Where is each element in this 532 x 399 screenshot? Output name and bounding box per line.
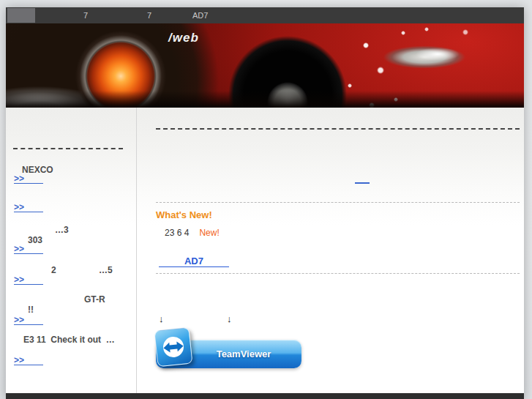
top-nav-bar: 7 7 AD7 [6,7,524,23]
site-wordmark: /web [168,31,199,45]
top-nav-item-3[interactable]: AD7 [192,7,208,23]
footer-bar [6,393,524,399]
sidebar-divider [13,148,123,149]
double-arrow-icon [160,334,186,359]
ad7-link[interactable]: AD7 [159,256,229,267]
inline-link[interactable] [355,180,370,184]
sidebar-text-dots5: …5 [99,265,113,275]
header-banner-image: /web [6,23,524,108]
sidebar-heading-nexco: NEXCO [22,165,53,175]
new-badge: New! [199,228,219,238]
main-divider-top [156,128,520,130]
download-arrow-icon: ↓ [159,313,164,324]
teamviewer-logo-icon [154,327,193,368]
sidebar: NEXCO >> >> …3 303 >> 2 …5 >> GT-R !! >>… [6,108,137,393]
sidebar-link-2[interactable]: >> [14,203,43,212]
sidebar-text-gtr: GT-R [84,294,105,305]
sidebar-link-4[interactable]: >> [14,275,43,285]
main-divider-mid [156,202,520,203]
download-arrow-icon: ↓ [227,313,232,324]
main-divider-bottom [156,273,520,274]
sidebar-link-3[interactable]: >> [14,245,43,254]
sidebar-text-dots3: …3 [55,225,69,235]
sidebar-link-5[interactable]: >> [14,316,43,325]
sidebar-link-6[interactable]: >> [14,356,43,365]
sidebar-text-2: 2 [51,265,56,275]
news-date: 23 6 4 [165,228,189,238]
main-column: What's New! 23 6 4New! AD7 ↓ ↓ TeamViewe… [137,108,524,393]
sidebar-text-bang: !! [28,305,34,315]
top-nav-item-2[interactable]: 7 [147,7,151,23]
sidebar-text-e3: E3 11 Check it out … [23,335,115,345]
content-area: NEXCO >> >> …3 303 >> 2 …5 >> GT-R !! >>… [6,108,524,393]
teamviewer-button-label: TeamViewer [200,348,288,359]
site-logo[interactable] [7,8,35,23]
news-item: 23 6 4New! [165,228,220,238]
page: 7 7 AD7 /web NEXCO >> >> …3 303 >> 2 …5 … [6,7,524,399]
top-nav-item-1[interactable]: 7 [83,7,88,23]
sidebar-text-303: 303 [28,235,42,245]
whats-new-title: What's New! [156,209,212,220]
teamviewer-download-button[interactable]: TeamViewer [156,340,301,368]
sidebar-link-1[interactable]: >> [14,174,43,184]
